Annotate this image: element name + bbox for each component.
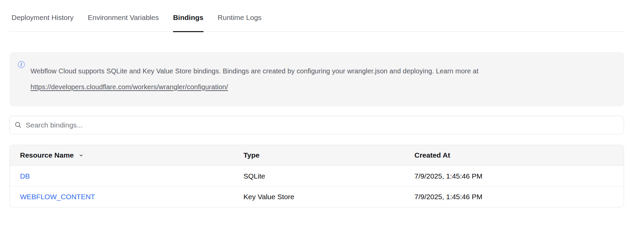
info-banner-message: Webflow Cloud supports SQLite and Key Va… (30, 67, 478, 75)
table-row: WEBFLOW_CONTENT Key Value Store 7/9/2025… (10, 186, 624, 207)
tab-deployment-history[interactable]: Deployment History (12, 14, 73, 32)
info-banner-text: Webflow Cloud supports SQLite and Key Va… (30, 63, 616, 95)
column-header-label: Resource Name (20, 151, 74, 159)
main-content: Deployment History Environment Variables… (9, 0, 624, 207)
table-row: DB SQLite 7/9/2025, 1:45:46 PM (10, 166, 624, 186)
tab-bindings[interactable]: Bindings (173, 14, 203, 32)
created-at-cell: 7/9/2025, 1:45:46 PM (414, 172, 624, 180)
resource-link-webflow-content[interactable]: WEBFLOW_CONTENT (20, 193, 95, 201)
column-header-type: Type (243, 151, 414, 159)
wrangler-configuration-link[interactable]: https://developers.cloudflare.com/worker… (30, 83, 228, 91)
bindings-table: Resource Name Type Created At DB SQLite … (9, 145, 624, 207)
tab-runtime-logs[interactable]: Runtime Logs (218, 14, 262, 32)
table-body: DB SQLite 7/9/2025, 1:45:46 PM WEBFLOW_C… (10, 166, 624, 207)
resource-link-db[interactable]: DB (20, 172, 30, 180)
info-icon (18, 61, 25, 102)
search-box (9, 116, 624, 134)
resource-name-cell: DB (10, 172, 243, 180)
table-header-row: Resource Name Type Created At (10, 145, 624, 166)
type-cell: SQLite (243, 172, 414, 180)
column-header-created-at: Created At (414, 151, 624, 159)
tab-bar: Deployment History Environment Variables… (9, 0, 624, 32)
resource-name-cell: WEBFLOW_CONTENT (10, 193, 243, 201)
type-cell: Key Value Store (243, 193, 414, 201)
chevron-down-icon (79, 153, 84, 158)
search-icon (15, 122, 21, 128)
created-at-cell: 7/9/2025, 1:45:46 PM (414, 193, 624, 201)
column-header-resource-name[interactable]: Resource Name (10, 151, 243, 159)
tab-environment-variables[interactable]: Environment Variables (88, 14, 159, 32)
search-input[interactable] (25, 116, 624, 134)
info-banner: Webflow Cloud supports SQLite and Key Va… (9, 52, 624, 107)
